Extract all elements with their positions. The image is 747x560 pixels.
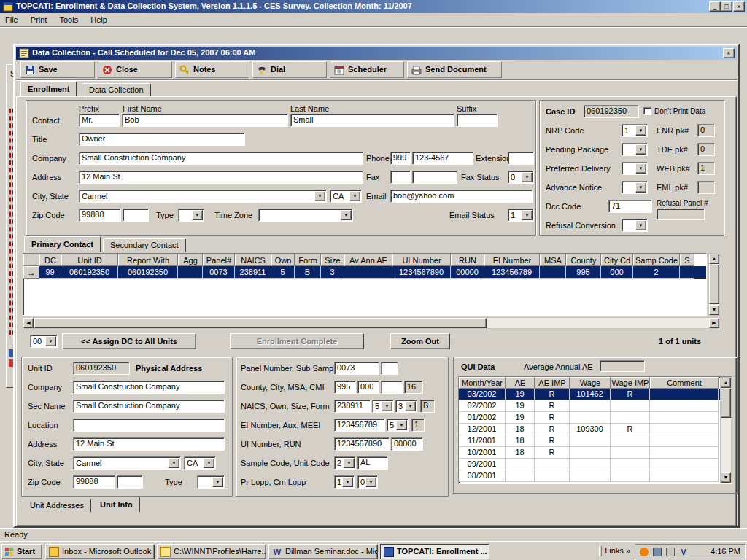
table-row[interactable]: 12/200118R109300R <box>459 424 732 435</box>
aux-dropdown[interactable]: 5 ▼ <box>387 419 409 432</box>
unit-city-combobox[interactable]: Carmel ▼ <box>73 456 181 470</box>
tab-enrollment[interactable]: Enrollment <box>20 81 77 96</box>
close-toolbar-button[interactable]: Close <box>98 61 172 78</box>
title-input[interactable]: Owner <box>79 133 245 146</box>
advance-notice-dropdown[interactable]: ▼ <box>622 181 648 194</box>
city-combobox[interactable]: Carmel ▼ <box>79 190 327 203</box>
fax-area-input[interactable] <box>390 171 411 184</box>
scheduler-button[interactable]: Scheduler <box>330 61 404 78</box>
email-status-dropdown[interactable]: 1 ▼ <box>508 209 534 222</box>
unit-address-input[interactable]: 12 Main St <box>73 438 225 451</box>
first-name-input[interactable]: Bob <box>122 114 288 127</box>
tray-reminder-icon[interactable] <box>640 548 649 556</box>
links-area[interactable]: Links » <box>599 546 630 556</box>
menu-tools[interactable]: Tools <box>54 13 83 27</box>
cm-lopp-dropdown[interactable]: 0 ▼ <box>357 475 378 489</box>
sub-sample-input[interactable] <box>381 362 398 375</box>
fax-status-dropdown[interactable]: 0 ▼ <box>508 171 534 184</box>
unit-zip-input[interactable]: 99888 <box>73 475 115 489</box>
grid-vertical-scrollbar[interactable]: ▲ ▼ <box>708 253 720 316</box>
unit-company-input[interactable]: Small Construction Company <box>73 381 225 394</box>
menu-file[interactable]: File <box>0 13 23 27</box>
dc-code-dropdown[interactable]: 00 ▼ <box>30 335 58 348</box>
fax-number-input[interactable] <box>412 171 457 184</box>
menu-print[interactable]: Print <box>26 13 53 27</box>
table-row[interactable]: 11/200118R <box>459 435 732 447</box>
unit-type-dropdown[interactable]: ▼ <box>197 475 225 489</box>
scroll-up-icon[interactable]: ▲ <box>709 254 719 264</box>
county-input[interactable]: 995 <box>334 381 356 394</box>
taskbar-task[interactable]: C:\WINNT\Profiles\Harre... <box>157 544 266 559</box>
minimize-button[interactable]: _ <box>709 1 721 12</box>
address-input[interactable]: 12 Main St <box>79 171 363 184</box>
chevron-down-icon[interactable]: ▼ <box>396 420 407 430</box>
chevron-down-icon[interactable]: ▼ <box>349 191 360 201</box>
taskbar-task[interactable]: TOPCATI: Enrollment ... <box>380 544 489 559</box>
maximize-button[interactable]: □ <box>721 1 732 12</box>
assign-dc-button[interactable]: << Assign DC to All Units <box>62 333 196 349</box>
own-dropdown[interactable]: 5 ▼ <box>372 400 394 413</box>
chevron-down-icon[interactable]: ▼ <box>314 191 325 201</box>
grid-hscroll-thumb[interactable] <box>34 318 487 328</box>
scroll-down-icon[interactable]: ▼ <box>721 472 731 483</box>
chevron-down-icon[interactable]: ▼ <box>405 401 416 411</box>
state-dropdown[interactable]: CA ▼ <box>330 190 362 203</box>
zoom-out-button[interactable]: Zoom Out <box>390 333 450 349</box>
send-document-button[interactable]: Send Document <box>407 61 502 78</box>
grid-vscroll-thumb[interactable] <box>709 265 719 304</box>
tray-lock-icon[interactable] <box>666 548 675 556</box>
units-grid[interactable]: DCUnit IDReport WithAggPanel#NAICSOwnFor… <box>23 253 707 316</box>
chevron-down-icon[interactable]: ▼ <box>635 163 646 174</box>
chevron-down-icon[interactable]: ▼ <box>192 210 203 220</box>
ui-number-input[interactable]: 1234567890 <box>334 438 390 451</box>
table-row[interactable]: 08/2001 <box>459 470 732 482</box>
chevron-down-icon[interactable]: ▼ <box>212 477 223 487</box>
dialog-close-button[interactable]: × <box>723 48 735 58</box>
scroll-down-icon[interactable]: ▼ <box>709 305 719 315</box>
taskbar-task[interactable]: WDillman Seminar.doc - Mic... <box>268 544 378 559</box>
unit-code-input[interactable]: AL <box>357 456 388 470</box>
tab-unit-addresses[interactable]: Unit Addresses <box>23 499 91 512</box>
time-zone-dropdown[interactable]: ▼ <box>258 209 353 222</box>
pr-lopp-dropdown[interactable]: 1 ▼ <box>334 475 355 489</box>
chevron-down-icon[interactable]: ▼ <box>635 125 646 136</box>
last-name-input[interactable]: Small <box>290 114 454 127</box>
table-row[interactable]: 02/200219R <box>459 400 732 412</box>
dont-print-checkbox[interactable] <box>643 107 651 115</box>
email-input[interactable]: bob@yahoo.com <box>390 190 533 203</box>
chevron-down-icon[interactable]: ▼ <box>522 172 533 182</box>
size-dropdown[interactable]: 3 ▼ <box>395 400 417 413</box>
table-row[interactable]: 10/200118R <box>459 447 732 459</box>
chevron-down-icon[interactable]: ▼ <box>635 182 646 192</box>
company-input[interactable]: Small Construction Company <box>79 152 363 165</box>
phone-number-input[interactable]: 123-4567 <box>412 152 473 165</box>
tab-data-collection[interactable]: Data Collection <box>82 83 151 96</box>
chevron-right-icon[interactable]: » <box>626 546 630 555</box>
unit-state-dropdown[interactable]: CA ▼ <box>184 456 216 470</box>
unit-zip4-input[interactable] <box>117 475 143 489</box>
run-input[interactable]: 00000 <box>391 438 423 451</box>
type-dropdown[interactable]: ▼ <box>178 209 204 222</box>
pending-package-dropdown[interactable]: ▼ <box>622 143 648 156</box>
qui-vscroll-thumb[interactable] <box>721 389 731 418</box>
table-row[interactable]: 01/200219R <box>459 412 732 424</box>
phone-area-input[interactable]: 999 <box>390 152 411 165</box>
zip4-input[interactable] <box>123 209 149 222</box>
chevron-down-icon[interactable]: ▼ <box>382 401 392 411</box>
chevron-down-icon[interactable]: ▼ <box>344 458 355 468</box>
start-button[interactable]: Start <box>1 544 42 559</box>
location-input[interactable] <box>73 419 225 432</box>
scroll-left-icon[interactable]: ◀ <box>23 318 34 328</box>
panel-number-input[interactable]: 0073 <box>334 362 379 375</box>
toolbar-grip[interactable] <box>599 546 602 556</box>
city-code-input[interactable]: 000 <box>357 381 379 394</box>
extension-input[interactable] <box>508 152 534 165</box>
save-button[interactable]: Save <box>20 61 95 78</box>
qui-table[interactable]: Month/YearAEAE IMPWageWage IMPComment 03… <box>458 376 732 484</box>
chevron-down-icon[interactable]: ▼ <box>169 458 179 468</box>
naics-input[interactable]: 238911 <box>334 400 371 413</box>
tray-network-icon[interactable] <box>653 548 662 556</box>
sec-name-input[interactable]: Small Construction Company <box>73 400 225 413</box>
taskbar-task[interactable]: Inbox - Microsoft Outlook <box>45 544 155 559</box>
chevron-down-icon[interactable]: ▼ <box>204 458 214 468</box>
